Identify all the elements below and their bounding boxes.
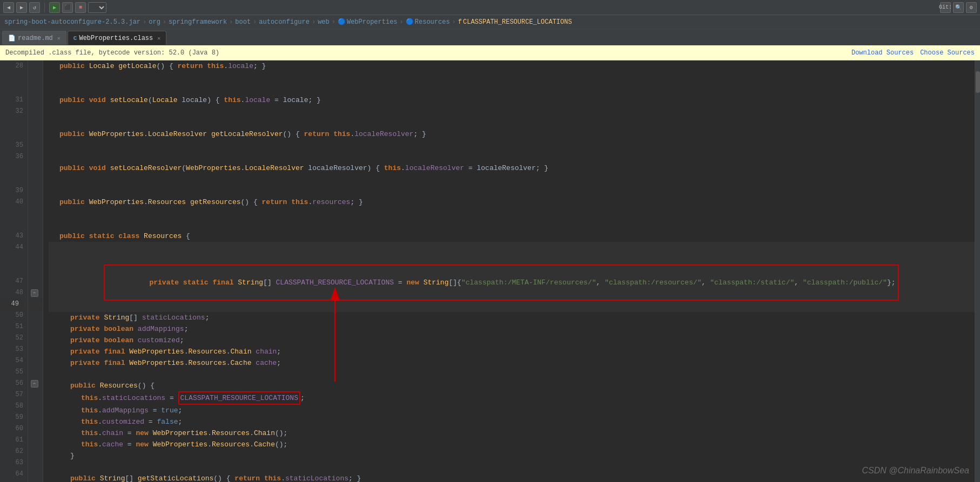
line-60: 60 — [0, 423, 23, 435]
line-31: 31 — [0, 94, 23, 106]
line-44: 44 — [0, 242, 23, 253]
line-58: 58 — [0, 400, 23, 412]
toolbar-search-btn[interactable]: 🔍 — [953, 2, 964, 13]
code-line-44: public WebProperties.Resources getResour… — [49, 196, 975, 208]
line-29 — [0, 72, 23, 83]
code-line-blank9 — [49, 208, 975, 219]
code-line-blank8 — [49, 185, 975, 196]
code-line-48: public static class Resources { — [49, 230, 975, 242]
watermark: CSDN @ChinaRainbowSea — [862, 466, 969, 476]
line-47: 47 — [0, 276, 23, 287]
line-59: 59 — [0, 412, 23, 423]
breadcrumb-org[interactable]: org — [149, 18, 160, 26]
line-53: 53 — [0, 344, 23, 355]
line-35: 35 — [0, 140, 23, 151]
line-49: 49 — [0, 298, 23, 310]
code-line-54: private final WebProperties.Resources.Ca… — [49, 357, 975, 369]
breadcrumb-jar[interactable]: spring-boot-autoconfigure-2.5.3.jar — [4, 18, 140, 26]
code-line-59: this.customized = false; — [49, 416, 975, 427]
tab-webproperties[interactable]: C WebProperties.class ✕ — [68, 31, 166, 45]
code-line-50: private String[] staticLocations; — [49, 312, 975, 323]
line-45 — [0, 253, 23, 264]
line-number-gutter: 28 31 32 35 36 39 40 43 44 47 48 49 50 5… — [0, 60, 28, 482]
breadcrumb-boot[interactable]: boot — [235, 18, 251, 26]
tab-readme[interactable]: 📄 readme.md ✕ — [2, 31, 66, 45]
tab-readme-close[interactable]: ✕ — [57, 35, 61, 42]
breadcrumb-autoconfigure[interactable]: autoconfigure — [259, 18, 310, 26]
tabs-bar: 📄 readme.md ✕ C WebProperties.class ✕ — [0, 29, 980, 45]
code-line-58: this.addMappings = true; — [49, 405, 975, 416]
code-line-blank10 — [49, 219, 975, 230]
code-line-blank5 — [49, 140, 975, 151]
breadcrumb-springframework[interactable]: springframework — [169, 18, 227, 26]
line-41 — [0, 208, 23, 219]
app-selector[interactable]: Application (3) — [88, 2, 106, 13]
line-64: 64 — [0, 469, 23, 480]
tab-webproperties-close[interactable]: ✕ — [157, 35, 160, 42]
line-34 — [0, 128, 23, 140]
code-line-28: public Locale getLocale() { return this.… — [49, 60, 975, 72]
code-line-63 — [49, 461, 975, 473]
code-line-56: public Resources() { — [49, 380, 975, 391]
breadcrumb: spring-boot-autoconfigure-2.5.3.jar › or… — [0, 15, 980, 29]
fold-btn-56[interactable]: − — [31, 380, 38, 388]
git-btn[interactable]: Git: — [940, 2, 951, 13]
line-40: 40 — [0, 196, 23, 208]
line-46 — [0, 264, 23, 276]
code-line-57: this.staticLocations = CLASSPATH_RESOURC… — [49, 391, 975, 405]
line-52: 52 — [0, 332, 23, 344]
toolbar-debug-btn[interactable]: ⬛ — [62, 2, 73, 13]
scrollbar-thumb[interactable] — [976, 71, 980, 93]
code-line-40: public void setLocaleResolver(WebPropert… — [49, 162, 975, 174]
fold-btn-48[interactable]: − — [31, 289, 38, 297]
line-54: 54 — [0, 355, 23, 366]
line-38 — [0, 174, 23, 185]
breadcrumb-class1[interactable]: WebProperties — [347, 18, 398, 26]
line-48: 48 — [0, 287, 23, 298]
class-icon: C — [73, 35, 77, 42]
code-line-51: private boolean addMappings; — [49, 323, 975, 335]
vertical-scrollbar[interactable] — [975, 60, 980, 482]
toolbar-back-btn[interactable]: ◀ — [3, 2, 14, 13]
line-33 — [0, 117, 23, 128]
code-line-55 — [49, 369, 975, 380]
toolbar-build-btn[interactable]: ▶ — [49, 2, 60, 13]
breadcrumb-web[interactable]: web — [318, 18, 330, 26]
code-area: public Locale getLocale() { return this.… — [43, 60, 975, 482]
code-line-52: private boolean customized; — [49, 335, 975, 346]
line-32: 32 — [0, 106, 23, 117]
info-bar: Decompiled .class file, bytecode version… — [0, 45, 980, 60]
breadcrumb-class2[interactable]: Resources — [415, 18, 450, 26]
line-56: 56 — [0, 378, 23, 389]
tab-readme-label: readme.md — [18, 35, 53, 42]
code-line-blank7 — [49, 174, 975, 185]
code-line-blank6 — [49, 151, 975, 162]
line-36: 36 — [0, 151, 23, 162]
download-sources-link[interactable]: Download Sources — [851, 49, 914, 57]
toolbar-forward-btn[interactable]: ▶ — [16, 2, 27, 13]
code-line-53: private final WebProperties.Resources.Ch… — [49, 346, 975, 357]
line-42 — [0, 219, 23, 230]
code-line-61: this.cache = new WebProperties.Resources… — [49, 439, 975, 450]
editor: 28 31 32 35 36 39 40 43 44 47 48 49 50 5… — [0, 60, 980, 482]
line-30 — [0, 83, 23, 94]
line-43: 43 — [0, 230, 23, 242]
code-line-32: public void setLocale(Locale locale) { t… — [49, 94, 975, 106]
line-57: 57 — [0, 389, 23, 400]
toolbar-settings-btn[interactable]: ⚙ — [966, 2, 977, 13]
choose-sources-link[interactable]: Choose Sources — [920, 49, 975, 57]
readme-icon: 📄 — [8, 35, 16, 42]
line-61: 61 — [0, 435, 23, 446]
info-bar-links: Download Sources Choose Sources — [851, 49, 975, 57]
code-line-blank1 — [49, 72, 975, 83]
code-line-64: public String[] getStaticLocations() { r… — [49, 473, 975, 482]
tab-webproperties-label: WebProperties.class — [79, 35, 153, 42]
line-28: 28 — [0, 60, 23, 72]
toolbar-refresh-btn[interactable]: ↺ — [29, 2, 40, 13]
toolbar: ◀ ▶ ↺ ▶ ⬛ ■ Application (3) Git: 🔍 ⚙ — [0, 0, 980, 15]
code-line-blank4 — [49, 117, 975, 128]
line-50: 50 — [0, 310, 23, 321]
line-39: 39 — [0, 185, 23, 196]
line-63: 63 — [0, 457, 23, 469]
toolbar-stop-btn[interactable]: ■ — [75, 2, 86, 13]
